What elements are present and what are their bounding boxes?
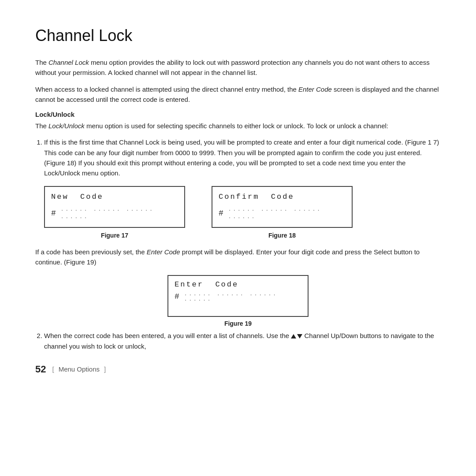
page-number: 52 xyxy=(35,364,46,375)
figure-19-caption: Figure 19 xyxy=(224,320,252,327)
figures-row-17-18: New Code # ...... ...... ...... ...... F… xyxy=(44,186,441,241)
footer-label: Menu Options xyxy=(59,365,100,373)
paragraph-2: When access to a locked channel is attem… xyxy=(35,84,441,105)
figure-17-caption: Figure 17 xyxy=(101,231,128,241)
steps-list-2: When the correct code has been entered, … xyxy=(44,331,441,351)
list-item-1: If this is the first time that Channel L… xyxy=(44,137,441,241)
dots-17: ...... ...... ...... ...... xyxy=(61,206,176,221)
page-container: Channel Lock The Channel Lock menu optio… xyxy=(0,0,476,476)
confirm-code-row: # ...... ...... ...... ...... xyxy=(219,206,344,221)
confirm-code-title: Confirm Code xyxy=(219,191,344,203)
figure-18-caption: Figure 18 xyxy=(268,231,296,241)
list-item-2: When the correct code has been entered, … xyxy=(44,331,441,351)
hash-icon-17: # xyxy=(51,209,56,217)
paragraph-1: The Channel Lock menu option provides th… xyxy=(35,57,441,78)
steps-list: If this is the first time that Channel L… xyxy=(44,137,441,241)
section-intro: The Lock/Unlock menu option is used for … xyxy=(35,121,441,131)
figure-19-block: Enter Code # ...... ...... ...... ......… xyxy=(35,275,441,327)
enter-code-italic-2: Enter Code xyxy=(147,248,180,256)
hash-icon-19: # xyxy=(175,293,180,301)
hash-icon-18: # xyxy=(219,209,224,217)
triangle-down-icon xyxy=(297,334,302,338)
enter-code-screen: Enter Code # ...... ...... ...... ...... xyxy=(167,275,309,317)
triangle-up-icon xyxy=(291,334,296,338)
footer-bracket-open: [ xyxy=(52,365,54,373)
section-heading: Lock/Unlock xyxy=(35,111,441,118)
dots-18: ...... ...... ...... ...... xyxy=(228,206,344,221)
enter-code-preceding-text: If a code has been previously set, the E… xyxy=(35,247,441,268)
footer-bracket-close: ] xyxy=(104,365,106,373)
new-code-title: New Code xyxy=(51,191,176,203)
dots-19: ...... ...... ...... ...... xyxy=(184,291,300,302)
page-title: Channel Lock xyxy=(35,26,441,45)
enter-code-title: Enter Code xyxy=(175,280,300,289)
new-code-screen: New Code # ...... ...... ...... ...... xyxy=(44,186,185,228)
figure-18-block: Confirm Code # ...... ...... ...... ....… xyxy=(212,186,353,241)
channel-lock-italic: Channel Lock xyxy=(48,59,89,66)
lock-unlock-italic: Lock/Unlock xyxy=(48,122,85,130)
figure-17-block: New Code # ...... ...... ...... ...... F… xyxy=(44,186,185,241)
enter-code-row: # ...... ...... ...... ...... xyxy=(175,291,300,302)
enter-code-italic-1: Enter Code xyxy=(298,86,332,93)
footer: 52 [ Menu Options ] xyxy=(35,364,441,375)
new-code-row: # ...... ...... ...... ...... xyxy=(51,206,176,221)
confirm-code-screen: Confirm Code # ...... ...... ...... ....… xyxy=(212,186,353,228)
